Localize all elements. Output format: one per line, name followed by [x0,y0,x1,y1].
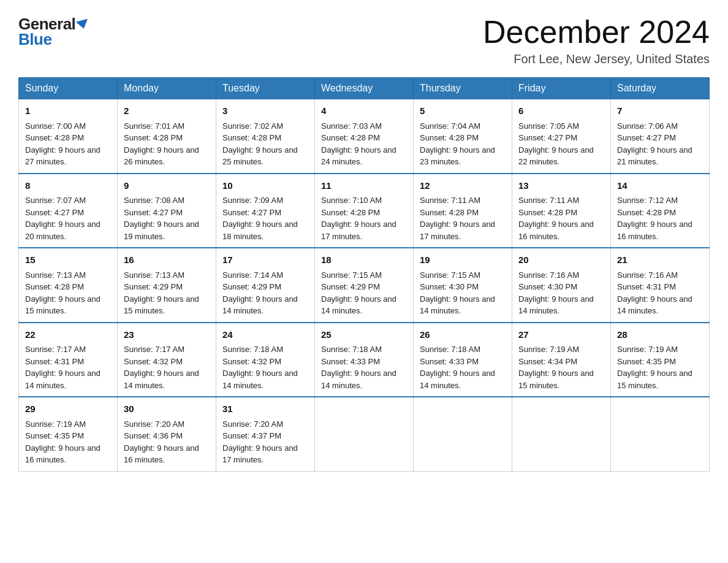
day-number: 25 [321,328,407,342]
calendar-cell: 12 Sunrise: 7:11 AMSunset: 4:28 PMDaylig… [414,174,512,248]
calendar-cell: 2 Sunrise: 7:01 AMSunset: 4:28 PMDayligh… [118,99,216,174]
calendar-cell: 13 Sunrise: 7:11 AMSunset: 4:28 PMDaylig… [512,174,611,248]
day-number: 26 [420,328,506,342]
day-number: 11 [321,179,407,193]
calendar-cell: 23 Sunrise: 7:17 AMSunset: 4:32 PMDaylig… [118,323,216,397]
day-number: 31 [222,402,308,416]
day-info: Sunrise: 7:19 AMSunset: 4:35 PMDaylight:… [25,419,100,465]
calendar-cell: 4 Sunrise: 7:03 AMSunset: 4:28 PMDayligh… [315,99,414,174]
logo-triangle-icon [76,18,90,30]
day-info: Sunrise: 7:16 AMSunset: 4:30 PMDaylight:… [518,270,594,316]
weekday-header-wednesday: Wednesday [315,78,414,99]
day-number: 27 [518,328,604,342]
day-number: 6 [518,104,604,118]
calendar-cell: 6 Sunrise: 7:05 AMSunset: 4:27 PMDayligh… [512,99,611,174]
week-row-5: 29 Sunrise: 7:19 AMSunset: 4:35 PMDaylig… [19,397,710,471]
day-info: Sunrise: 7:06 AMSunset: 4:27 PMDaylight:… [617,121,692,167]
calendar-cell: 31 Sunrise: 7:20 AMSunset: 4:37 PMDaylig… [216,397,315,471]
day-number: 16 [124,253,210,267]
day-info: Sunrise: 7:18 AMSunset: 4:32 PMDaylight:… [222,345,298,390]
day-info: Sunrise: 7:20 AMSunset: 4:37 PMDaylight:… [222,419,298,465]
calendar-cell: 17 Sunrise: 7:14 AMSunset: 4:29 PMDaylig… [216,248,315,323]
day-number: 29 [25,402,111,416]
day-number: 19 [420,253,506,267]
title-block: December 2024 Fort Lee, New Jersey, Unit… [483,15,710,66]
calendar-cell: 3 Sunrise: 7:02 AMSunset: 4:28 PMDayligh… [216,99,315,174]
calendar-cell: 25 Sunrise: 7:18 AMSunset: 4:33 PMDaylig… [315,323,414,397]
logo: General Blue [18,15,89,49]
week-row-3: 15 Sunrise: 7:13 AMSunset: 4:28 PMDaylig… [19,248,710,323]
day-number: 2 [124,104,210,118]
day-number: 5 [420,104,506,118]
day-info: Sunrise: 7:17 AMSunset: 4:32 PMDaylight:… [124,345,199,390]
day-info: Sunrise: 7:20 AMSunset: 4:36 PMDaylight:… [124,419,199,465]
calendar-cell: 26 Sunrise: 7:18 AMSunset: 4:33 PMDaylig… [414,323,512,397]
day-number: 3 [222,104,308,118]
day-number: 9 [124,179,210,193]
calendar-cell [512,397,611,471]
day-info: Sunrise: 7:16 AMSunset: 4:31 PMDaylight:… [617,270,692,316]
weekday-header-row: SundayMondayTuesdayWednesdayThursdayFrid… [19,78,710,99]
location-subtitle: Fort Lee, New Jersey, United States [483,52,710,66]
day-number: 15 [25,253,111,267]
day-number: 4 [321,104,407,118]
week-row-4: 22 Sunrise: 7:17 AMSunset: 4:31 PMDaylig… [19,323,710,397]
calendar-cell: 11 Sunrise: 7:10 AMSunset: 4:28 PMDaylig… [315,174,414,248]
calendar-cell: 16 Sunrise: 7:13 AMSunset: 4:29 PMDaylig… [118,248,216,323]
calendar-cell [414,397,512,471]
calendar-table: SundayMondayTuesdayWednesdayThursdayFrid… [18,77,710,472]
day-number: 13 [518,179,604,193]
day-number: 24 [222,328,308,342]
day-info: Sunrise: 7:09 AMSunset: 4:27 PMDaylight:… [222,196,298,241]
calendar-cell: 29 Sunrise: 7:19 AMSunset: 4:35 PMDaylig… [19,397,118,471]
calendar-cell: 10 Sunrise: 7:09 AMSunset: 4:27 PMDaylig… [216,174,315,248]
week-row-1: 1 Sunrise: 7:00 AMSunset: 4:28 PMDayligh… [19,99,710,174]
day-number: 8 [25,179,111,193]
weekday-header-tuesday: Tuesday [216,78,315,99]
calendar-cell: 24 Sunrise: 7:18 AMSunset: 4:32 PMDaylig… [216,323,315,397]
day-info: Sunrise: 7:18 AMSunset: 4:33 PMDaylight:… [420,345,495,390]
day-number: 7 [617,104,703,118]
calendar-cell: 9 Sunrise: 7:08 AMSunset: 4:27 PMDayligh… [118,174,216,248]
calendar-cell: 30 Sunrise: 7:20 AMSunset: 4:36 PMDaylig… [118,397,216,471]
day-info: Sunrise: 7:01 AMSunset: 4:28 PMDaylight:… [124,121,199,167]
day-info: Sunrise: 7:10 AMSunset: 4:28 PMDaylight:… [321,196,396,241]
page-header: General Blue December 2024 Fort Lee, New… [18,15,710,66]
calendar-cell: 14 Sunrise: 7:12 AMSunset: 4:28 PMDaylig… [611,174,710,248]
calendar-cell: 21 Sunrise: 7:16 AMSunset: 4:31 PMDaylig… [611,248,710,323]
day-number: 18 [321,253,407,267]
day-info: Sunrise: 7:08 AMSunset: 4:27 PMDaylight:… [124,196,199,241]
day-number: 30 [124,402,210,416]
day-number: 21 [617,253,703,267]
day-info: Sunrise: 7:11 AMSunset: 4:28 PMDaylight:… [420,196,495,241]
day-info: Sunrise: 7:02 AMSunset: 4:28 PMDaylight:… [222,121,298,167]
calendar-cell: 8 Sunrise: 7:07 AMSunset: 4:27 PMDayligh… [19,174,118,248]
day-info: Sunrise: 7:00 AMSunset: 4:28 PMDaylight:… [25,121,100,167]
day-info: Sunrise: 7:05 AMSunset: 4:27 PMDaylight:… [518,121,594,167]
day-info: Sunrise: 7:11 AMSunset: 4:28 PMDaylight:… [518,196,594,241]
day-info: Sunrise: 7:04 AMSunset: 4:28 PMDaylight:… [420,121,495,167]
day-number: 1 [25,104,111,118]
day-number: 28 [617,328,703,342]
calendar-cell: 27 Sunrise: 7:19 AMSunset: 4:34 PMDaylig… [512,323,611,397]
weekday-header-sunday: Sunday [19,78,118,99]
day-info: Sunrise: 7:17 AMSunset: 4:31 PMDaylight:… [25,345,100,390]
day-info: Sunrise: 7:13 AMSunset: 4:29 PMDaylight:… [124,270,199,316]
day-info: Sunrise: 7:19 AMSunset: 4:35 PMDaylight:… [617,345,692,390]
day-number: 14 [617,179,703,193]
week-row-2: 8 Sunrise: 7:07 AMSunset: 4:27 PMDayligh… [19,174,710,248]
calendar-cell [315,397,414,471]
day-number: 12 [420,179,506,193]
weekday-header-monday: Monday [118,78,216,99]
calendar-cell: 20 Sunrise: 7:16 AMSunset: 4:30 PMDaylig… [512,248,611,323]
weekday-header-thursday: Thursday [414,78,512,99]
weekday-header-friday: Friday [512,78,611,99]
day-info: Sunrise: 7:13 AMSunset: 4:28 PMDaylight:… [25,270,100,316]
day-number: 20 [518,253,604,267]
day-info: Sunrise: 7:18 AMSunset: 4:33 PMDaylight:… [321,345,396,390]
day-info: Sunrise: 7:12 AMSunset: 4:28 PMDaylight:… [617,196,692,241]
weekday-header-saturday: Saturday [611,78,710,99]
calendar-cell: 15 Sunrise: 7:13 AMSunset: 4:28 PMDaylig… [19,248,118,323]
calendar-cell [611,397,710,471]
day-info: Sunrise: 7:15 AMSunset: 4:29 PMDaylight:… [321,270,396,316]
